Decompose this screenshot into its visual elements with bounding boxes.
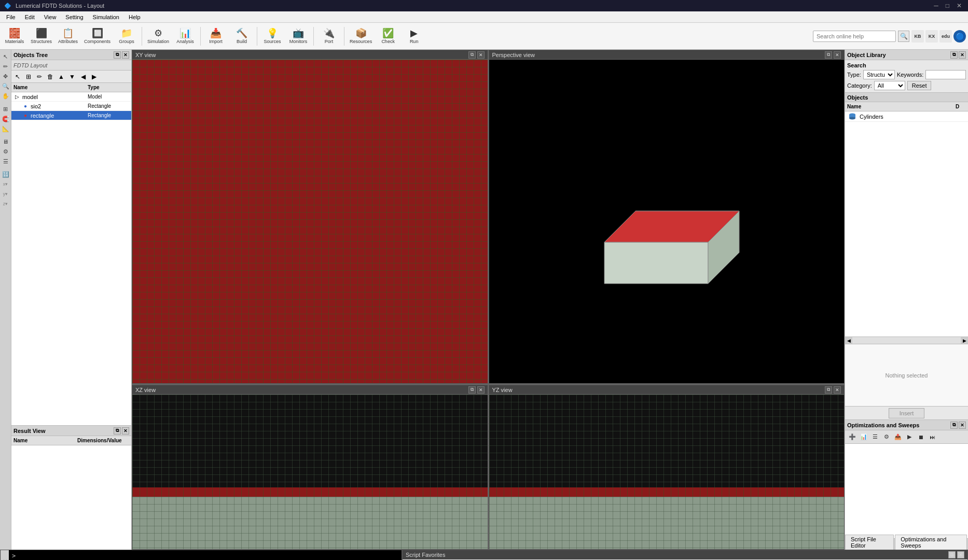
yz-float-btn[interactable]: ⧉ bbox=[825, 386, 832, 394]
coord-z-icon[interactable]: z▾ bbox=[1, 199, 10, 208]
toolbar-import-btn[interactable]: 📥 Import bbox=[203, 24, 228, 48]
xy-close-btn[interactable]: ✕ bbox=[477, 51, 485, 59]
close-btn[interactable]: ✕ bbox=[955, 2, 964, 9]
menu-simulation[interactable]: Simulation bbox=[89, 13, 123, 21]
opt-sweeps-close-btn[interactable]: ✕ bbox=[959, 422, 966, 429]
coord-y-icon[interactable]: y▾ bbox=[1, 189, 10, 199]
xz-view-content[interactable] bbox=[132, 395, 488, 549]
opt-skip-btn[interactable]: ⏭ bbox=[927, 432, 937, 442]
opt-export-btn[interactable]: 📤 bbox=[893, 432, 903, 442]
perspective-float-btn[interactable]: ⧉ bbox=[825, 51, 832, 59]
lib-row-cylinders[interactable]: Cylinders bbox=[845, 111, 968, 122]
search-button[interactable]: 🔍 bbox=[898, 31, 909, 42]
opt-play-btn[interactable]: ▶ bbox=[904, 432, 915, 442]
sf-float-btn[interactable]: ⧉ bbox=[948, 551, 956, 558]
calc-icon[interactable]: 🔢 bbox=[1, 170, 10, 179]
opt-add-btn[interactable]: ➕ bbox=[847, 432, 858, 442]
move-icon[interactable]: ✥ bbox=[1, 72, 10, 81]
tree-add-btn[interactable]: ⊞ bbox=[23, 72, 34, 82]
objects-tree-close-btn[interactable]: ✕ bbox=[122, 51, 129, 59]
measure-icon[interactable]: 📐 bbox=[1, 124, 10, 133]
perspective-content[interactable] bbox=[489, 60, 845, 383]
xz-float-btn[interactable]: ⧉ bbox=[468, 386, 476, 394]
xy-float-btn[interactable]: ⧉ bbox=[468, 51, 476, 59]
tree-left-btn[interactable]: ◀ bbox=[78, 72, 88, 82]
edu-icon[interactable]: edu bbox=[939, 30, 952, 43]
toolbar-resources-btn[interactable]: 📦 Resources bbox=[347, 24, 375, 48]
tree-select-btn[interactable]: ↖ bbox=[12, 72, 23, 82]
perspective-view-panel[interactable]: Perspective view ⧉ ✕ bbox=[489, 50, 845, 384]
toolbar-groups-btn[interactable]: 📁 Groups bbox=[114, 24, 139, 48]
tree-delete-btn[interactable]: 🗑 bbox=[45, 72, 56, 82]
lib-type-select[interactable]: Structu bbox=[863, 70, 895, 79]
coord-x-icon[interactable]: x▾ bbox=[1, 179, 10, 189]
perspective-close-btn[interactable]: ✕ bbox=[834, 51, 841, 59]
toolbar-sources-btn[interactable]: 💡 Sources bbox=[260, 24, 285, 48]
list-icon[interactable]: ☰ bbox=[1, 157, 10, 166]
pan-icon[interactable]: ✋ bbox=[1, 91, 10, 101]
object-library-close-btn[interactable]: ✕ bbox=[959, 51, 966, 59]
select-icon[interactable]: ↖ bbox=[1, 52, 10, 61]
yz-close-btn[interactable]: ✕ bbox=[834, 386, 841, 394]
opt-stop-btn[interactable]: ⏹ bbox=[916, 432, 926, 442]
lib-insert-btn[interactable]: Insert bbox=[889, 408, 925, 418]
view3d-icon[interactable]: 🖥 bbox=[1, 137, 10, 146]
kx-icon[interactable]: KX bbox=[925, 30, 938, 43]
objects-tree-float-btn[interactable]: ⧉ bbox=[114, 51, 121, 59]
search-input[interactable] bbox=[813, 31, 896, 42]
xy-view-content[interactable] bbox=[132, 60, 488, 383]
sf-close-btn[interactable]: ✕ bbox=[957, 551, 964, 558]
toolbar-build-btn[interactable]: 🔨 Build bbox=[229, 24, 254, 48]
opt-tab-script-editor[interactable]: Script File Editor bbox=[845, 535, 894, 550]
opt-list-btn[interactable]: ☰ bbox=[870, 432, 880, 442]
opt-chart-btn[interactable]: 📊 bbox=[859, 432, 869, 442]
result-content[interactable] bbox=[11, 445, 131, 550]
snap-icon[interactable]: 🧲 bbox=[1, 114, 10, 123]
tree-content[interactable]: ▷ model Model ● sio2 Rectangle ● rectang… bbox=[11, 92, 131, 425]
object-library-float-btn[interactable]: ⧉ bbox=[950, 51, 958, 59]
toolbar-port-btn[interactable]: 🔌 Port bbox=[316, 24, 341, 48]
toolbar-simulation-btn[interactable]: ⚙ Simulation bbox=[145, 24, 172, 48]
tree-row-model[interactable]: ▷ model Model bbox=[11, 92, 131, 102]
draw-icon[interactable]: ✏ bbox=[1, 62, 10, 71]
toolbar-monitors-btn[interactable]: 📺 Monitors bbox=[286, 24, 311, 48]
zoom-icon[interactable]: 🔍 bbox=[1, 81, 10, 91]
menu-view[interactable]: View bbox=[40, 13, 61, 21]
toolbar-components-btn[interactable]: 🔲 Components bbox=[81, 24, 113, 48]
lib-category-select[interactable]: All bbox=[874, 81, 905, 90]
toolbar-attributes-btn[interactable]: 📋 Attributes bbox=[56, 24, 80, 48]
menu-setting[interactable]: Setting bbox=[61, 13, 87, 21]
tree-row-sio2[interactable]: ● sio2 Rectangle bbox=[11, 102, 131, 111]
result-view-close-btn[interactable]: ✕ bbox=[122, 427, 129, 435]
lib-keywords-input[interactable] bbox=[925, 70, 966, 79]
toolbar-structures-btn[interactable]: ⬛ Structures bbox=[28, 24, 54, 48]
xz-view-panel[interactable]: XZ view ⧉ ✕ bbox=[132, 385, 489, 550]
opt-content[interactable] bbox=[845, 444, 968, 538]
menu-file[interactable]: File bbox=[2, 13, 20, 21]
lib-scroll-left[interactable]: ◀ bbox=[845, 337, 852, 344]
script-prompt-content[interactable]: > bbox=[9, 550, 402, 560]
opt-sweeps-float-btn[interactable]: ⧉ bbox=[950, 422, 958, 429]
lib-scroll-right[interactable]: ▶ bbox=[961, 337, 968, 344]
tree-up-btn[interactable]: ▲ bbox=[56, 72, 66, 82]
lib-reset-btn[interactable]: Reset bbox=[907, 81, 932, 90]
tree-right-btn[interactable]: ▶ bbox=[89, 72, 99, 82]
maximize-btn[interactable]: □ bbox=[944, 2, 951, 9]
yz-view-content[interactable] bbox=[489, 395, 845, 549]
minimize-btn[interactable]: ─ bbox=[932, 2, 941, 9]
tree-down-btn[interactable]: ▼ bbox=[67, 72, 77, 82]
menu-edit[interactable]: Edit bbox=[21, 13, 39, 21]
result-view-float-btn[interactable]: ⧉ bbox=[114, 427, 121, 435]
xy-view-panel[interactable]: XY view ⧉ ✕ bbox=[132, 50, 489, 384]
settings2-icon[interactable]: ⚙ bbox=[1, 147, 10, 156]
tree-edit-btn[interactable]: ✏ bbox=[34, 72, 45, 82]
toolbar-check-btn[interactable]: ✅ Check bbox=[376, 24, 400, 48]
opt-settings-btn[interactable]: ⚙ bbox=[881, 432, 892, 442]
toolbar-run-btn[interactable]: ▶ Run bbox=[402, 24, 426, 48]
grid-icon[interactable]: ⊞ bbox=[1, 104, 10, 114]
kb-icon[interactable]: KB bbox=[911, 30, 924, 43]
opt-tab-opt-sweeps[interactable]: Optimizations and Sweeps bbox=[895, 535, 967, 550]
toolbar-analysis-btn[interactable]: 📊 Analysis bbox=[173, 24, 198, 48]
menu-help[interactable]: Help bbox=[125, 13, 145, 21]
toolbar-materials-btn[interactable]: 🧱 Materials bbox=[2, 24, 27, 48]
